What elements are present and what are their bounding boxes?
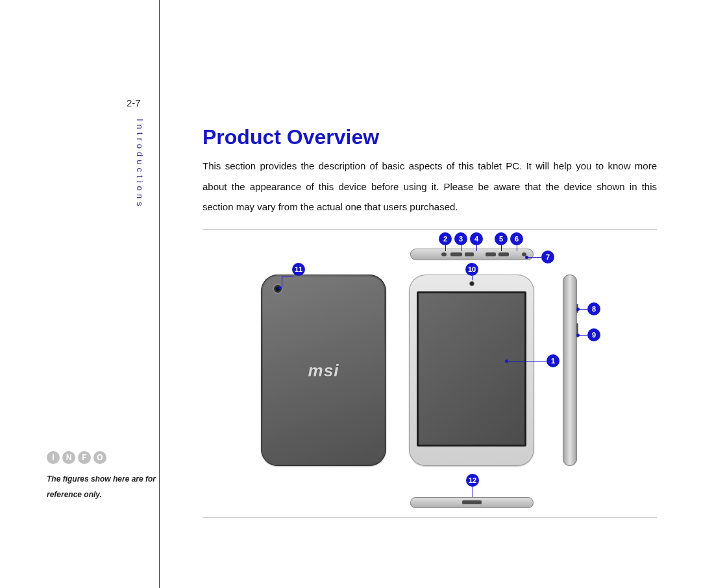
tablet-top-edge <box>410 249 534 260</box>
callout-9: 9 <box>587 328 600 341</box>
tablet-screen <box>417 291 526 447</box>
tablet-front-view <box>409 275 534 466</box>
callout-1: 1 <box>547 354 560 367</box>
info-badge-letter: N <box>62 451 75 464</box>
vertical-divider <box>159 0 160 588</box>
info-badge: I N F O <box>47 451 106 464</box>
front-camera-icon <box>469 281 474 286</box>
callout-11: 11 <box>292 263 305 276</box>
callout-8: 8 <box>587 302 600 315</box>
tablet-back-view: msi <box>261 275 386 466</box>
section-heading: Product Overview <box>203 125 379 149</box>
callout-5: 5 <box>495 232 508 245</box>
callout-12: 12 <box>466 474 479 487</box>
brand-logo: msi <box>308 360 339 380</box>
info-note: The figures show here are for reference … <box>47 471 157 502</box>
page-number: 2-7 <box>127 97 141 108</box>
divider <box>203 517 657 518</box>
section-body: This section provides the description of… <box>203 156 657 217</box>
info-badge-letter: O <box>93 451 106 464</box>
callout-10: 10 <box>465 263 478 276</box>
tablet-side-view <box>563 275 577 466</box>
sidebar-section-label: Introductions <box>135 119 145 209</box>
callout-7: 7 <box>541 251 554 263</box>
bottom-port <box>462 500 482 504</box>
info-badge-letter: I <box>47 451 60 464</box>
divider <box>203 229 657 230</box>
callout-2: 2 <box>439 232 452 245</box>
info-badge-letter: F <box>78 451 91 464</box>
callout-4: 4 <box>470 232 483 245</box>
callout-3: 3 <box>454 232 467 245</box>
tablet-bottom-edge <box>410 497 534 508</box>
product-diagram: msi 2 3 4 5 6 7 11 10 8 9 1 12 <box>203 232 657 515</box>
callout-6: 6 <box>510 232 523 245</box>
